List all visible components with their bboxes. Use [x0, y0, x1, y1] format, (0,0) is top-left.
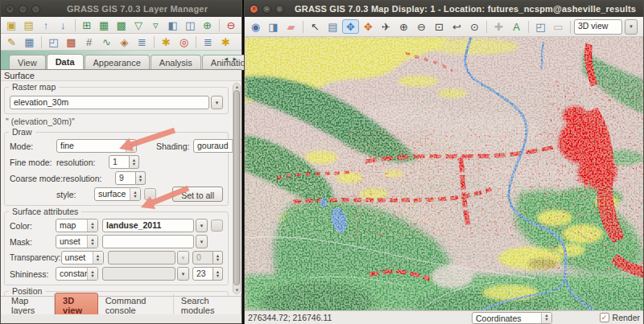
scrollbar-thumb[interactable] [233, 90, 240, 285]
md-close-button[interactable]: ✕ [250, 5, 258, 14]
color-map-combobox[interactable]: landuse_2011 [102, 219, 194, 232]
save-display-icon[interactable]: ◨ [265, 19, 282, 34]
preferences-gear-icon[interactable]: ✱ [217, 35, 234, 49]
pointer-icon[interactable]: ↖ [307, 19, 324, 34]
wire-color-button[interactable] [144, 188, 156, 200]
md-titlebar[interactable]: ✕ − ▫ GRASS GIS 7.0.3 Map Display: 1 - L… [245, 1, 643, 17]
tab-view[interactable]: View [9, 55, 46, 70]
georectifier-icon[interactable]: ◈ [116, 35, 133, 49]
shininess-spin-arrows[interactable]: ▲▼ [87, 268, 97, 280]
coarse-resolution-spinner[interactable]: 9 ▲▼ [115, 171, 146, 185]
mode-spin-arrows[interactable]: ▲▼ [126, 140, 136, 152]
zoom-in-icon[interactable]: ⊕ [395, 19, 412, 34]
transparency-mode-combobox[interactable]: unset ▲▼ [61, 251, 104, 265]
fine-resolution-spin-arrows[interactable]: ▲▼ [130, 155, 139, 169]
help-ring-icon[interactable]: ◎ [175, 35, 192, 49]
edit-pencil-icon[interactable]: ✎ [3, 35, 20, 49]
shininess-label: Shininess: [10, 269, 56, 279]
new-display-icon[interactable]: ◰ [45, 35, 62, 49]
lm-maximize-button[interactable]: ▫ [31, 5, 40, 14]
tab-scroll-arrows[interactable]: ◂ ▸ [224, 55, 238, 63]
shininess-value-spin-arrows[interactable]: ▲▼ [213, 267, 223, 281]
remove-layer-icon[interactable]: ⊖ [223, 18, 239, 32]
query-icon[interactable]: ▤ [324, 19, 341, 34]
zoom-extent-icon[interactable]: ⊡ [431, 19, 448, 34]
style-spin-arrows[interactable]: ▲▼ [130, 188, 140, 200]
scrollbar-up-arrow[interactable]: ▲ [234, 84, 240, 89]
new-workspace-icon[interactable]: ▣ [3, 18, 19, 32]
pan-icon[interactable]: ✥ [342, 19, 359, 34]
tab-data[interactable]: Data [47, 54, 84, 70]
add-multiple-layers-icon[interactable]: ⊞ [79, 18, 95, 32]
tab-analysis[interactable]: Analysis [151, 55, 201, 70]
transparency-spin-arrows[interactable]: ▲▼ [93, 252, 103, 264]
save-workspace-icon[interactable]: ↓ [55, 18, 71, 32]
render-control[interactable]: ✓ Render [600, 313, 640, 322]
view-mode-combobox[interactable]: 3D view [574, 19, 622, 35]
statusbar-mode-spin-arrows[interactable]: ▲▼ [541, 313, 551, 323]
manual-icon[interactable]: ≣ [200, 35, 217, 49]
set-to-all-button[interactable]: Set to all [172, 187, 223, 202]
add-overlay-icon[interactable]: ⊕ [199, 18, 215, 32]
raster-map-dropdown-button[interactable]: ▼ [211, 96, 223, 109]
display-map-icon[interactable]: ◉ [247, 19, 264, 34]
shininess-map-value [103, 268, 175, 280]
open-workspace-icon[interactable]: ▤ [20, 18, 36, 32]
mask-dropdown-button[interactable]: ▼ [196, 235, 208, 248]
zoom-back-icon[interactable]: ↩ [448, 19, 465, 34]
python-console-icon[interactable]: ∿ [98, 35, 115, 49]
raster-calculator-icon[interactable]: ▩ [63, 35, 80, 49]
panel-scrollbar[interactable]: ▲ ▼ [233, 83, 241, 294]
fly-icon[interactable]: ✈ [378, 19, 394, 34]
color-mode-combobox[interactable]: map ▲▼ [56, 219, 98, 232]
tab-appearance[interactable]: Appearance [85, 55, 150, 70]
script-icon[interactable]: ≣ [134, 35, 151, 49]
histogram-icon[interactable]: ◰ [532, 19, 549, 34]
map-3d-canvas[interactable] [245, 37, 643, 310]
add-vector-icon[interactable]: ▽ [130, 18, 147, 32]
fine-resolution-spinner[interactable]: 1 ▲▼ [109, 155, 139, 169]
zoom-menu-icon[interactable]: ⊙ [466, 19, 483, 34]
mask-map-combobox[interactable] [102, 235, 194, 248]
erase-icon[interactable]: ▰ [283, 19, 299, 34]
shininess-value-spinner[interactable]: 23 ▲▼ [192, 267, 223, 281]
surface-pane-header[interactable]: Surface [1, 70, 242, 81]
lm-titlebar[interactable]: ✕ − ▫ GRASS GIS 7.0.3 Layer Manager [1, 1, 242, 17]
layer-manager-window: ✕ − ▫ GRASS GIS 7.0.3 Layer Manager ▣ ▤ … [0, 0, 242, 324]
transparency-map-value [109, 252, 175, 264]
toolbar-separator [528, 21, 529, 33]
style-combobox[interactable]: surface ▲▼ [94, 187, 141, 201]
render-checkbox[interactable]: ✓ [600, 313, 609, 322]
add-elements-icon[interactable]: A [508, 19, 525, 34]
md-minimize-button[interactable]: − [262, 5, 271, 14]
md-maximize-button[interactable]: ▫ [275, 5, 284, 14]
zoom-out-icon[interactable]: ⊖ [413, 19, 430, 34]
settings-gear-icon[interactable]: ✱ [158, 35, 175, 49]
add-vector-misc-icon[interactable]: ▿ [147, 18, 163, 32]
color-picker-button[interactable] [211, 219, 223, 232]
mask-mode-spin-arrows[interactable]: ▲▼ [87, 236, 97, 248]
load-workspace-icon[interactable]: ↑ [38, 18, 54, 32]
color-map-dropdown-button[interactable]: ▼ [196, 219, 208, 232]
add-group-icon[interactable]: ◫ [182, 18, 198, 32]
toolbar-separator [219, 19, 220, 31]
shininess-dropdown-button[interactable]: ▼ [177, 267, 189, 281]
scrollbar-down-arrow[interactable]: ▼ [234, 288, 240, 293]
rotate-icon[interactable]: ✥ [360, 19, 377, 34]
lm-minimize-button[interactable]: − [19, 5, 27, 14]
mode-combobox[interactable]: fine ▲▼ [56, 139, 137, 153]
coarse-resolution-spin-arrows[interactable]: ▲▼ [136, 171, 146, 185]
view-mode-dropdown-button[interactable]: ▼ [625, 19, 638, 35]
raster-map-combobox[interactable]: elevation_30m [10, 96, 209, 109]
add-raster-misc-icon[interactable]: ▩ [113, 18, 129, 32]
lm-close-button[interactable]: ✕ [6, 5, 14, 14]
attribute-table-icon[interactable]: ▦ [21, 35, 38, 49]
surface-attributes-group: Surface attributes Color: map ▲▼ landuse… [4, 211, 229, 285]
statusbar-mode-combobox[interactable]: Coordinates ▲▼ [472, 312, 552, 324]
mask-mode-combobox[interactable]: unset ▲▼ [56, 235, 98, 248]
color-mode-spin-arrows[interactable]: ▲▼ [87, 219, 97, 232]
add-web-service-icon[interactable]: ◧ [165, 18, 181, 32]
add-raster-icon[interactable]: ▦ [96, 18, 112, 32]
shininess-mode-combobox[interactable]: constant ▲▼ [56, 267, 98, 281]
graphical-modeler-icon[interactable]: # [80, 35, 97, 49]
